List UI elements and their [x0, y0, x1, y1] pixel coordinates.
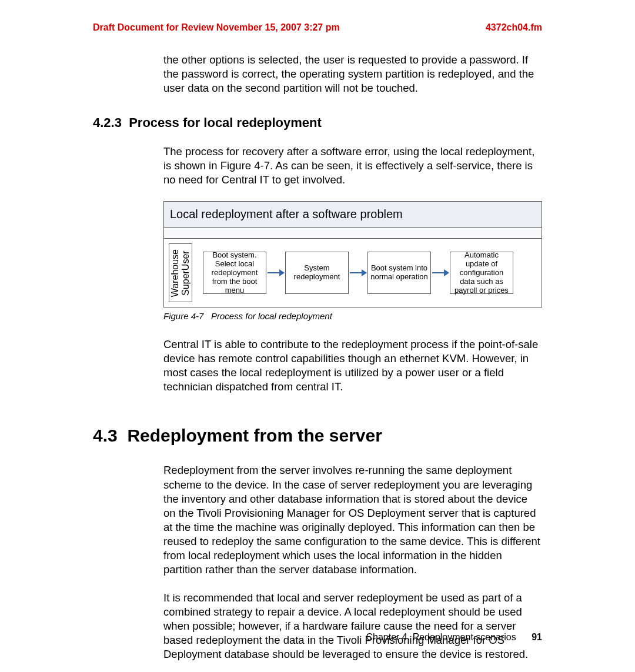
heading-number: 4.3	[93, 426, 118, 445]
step-box-1: Boot system. Select local redeployment f…	[203, 252, 266, 294]
paragraph-after-figure: Central IT is able to contribute to the …	[163, 337, 542, 394]
figure-gap	[164, 228, 542, 239]
heading-text: Redeployment from the server	[127, 426, 382, 445]
page-footer: Chapter 4. Redeployment scenarios 91	[366, 632, 543, 643]
figure-caption: Figure 4-7 Process for local redeploymen…	[163, 311, 542, 321]
swimlane-text: WarehouseSuperUser	[170, 249, 190, 297]
step-box-2: System redeployment	[285, 252, 349, 294]
step-box-3: Boot system into normal operation	[367, 252, 431, 294]
draft-notice: Draft Document for Review November 15, 2…	[93, 22, 340, 33]
figure-caption-label: Figure 4-7	[163, 311, 203, 321]
figure-4-7: Local redeployment after a software prob…	[163, 201, 542, 307]
file-name: 4372ch04.fm	[486, 22, 542, 33]
figure-caption-text: Process for local redeployment	[211, 311, 332, 321]
heading-4-2-3: 4.2.3 Process for local redeployment	[93, 115, 542, 131]
footer-page-number: 91	[532, 632, 542, 642]
heading-4-3: 4.3 Redeployment from the server	[93, 426, 542, 446]
paragraph-intro-continued: the other options is selected, the user …	[163, 53, 542, 95]
paragraph-server-2: It is recommended that local and server …	[163, 591, 542, 661]
page: Draft Document for Review November 15, 2…	[0, 0, 635, 672]
swimlane-label: WarehouseSuperUser	[169, 243, 192, 302]
figure-content: WarehouseSuperUser Boot system. Select l…	[164, 239, 542, 307]
paragraph-process-intro: The process for recovery after a softwar…	[163, 145, 542, 187]
figure-title: Local redeployment after a software prob…	[164, 202, 542, 228]
step-box-4: Automatic update of configuration data s…	[450, 252, 513, 294]
heading-number: 4.2.3	[93, 115, 122, 130]
arrow-icon	[349, 269, 367, 276]
page-header: Draft Document for Review November 15, 2…	[93, 22, 542, 33]
arrow-icon	[431, 269, 450, 276]
heading-text: Process for local redeployment	[129, 115, 322, 130]
arrow-icon	[266, 269, 285, 276]
footer-chapter: Chapter 4. Redeployment scenarios	[366, 632, 516, 642]
paragraph-server-1: Redeployment from the server involves re…	[163, 463, 542, 576]
